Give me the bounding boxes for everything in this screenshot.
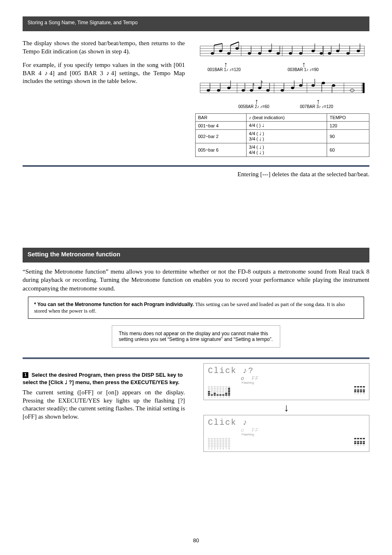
staff1-arrow2-label: 003BAR 1♪ ♪=90 (288, 67, 318, 72)
svg-point-16 (235, 47, 239, 50)
lcd-display-1: Click ♪? o FF Flashing 12345678 (203, 363, 369, 400)
svg-point-34 (320, 52, 323, 55)
svg-point-40 (346, 52, 350, 55)
lcd-display-2: Click ♪ o FF Flashing 12345678 (203, 415, 369, 452)
svg-point-12 (219, 50, 222, 52)
divider (23, 357, 369, 359)
lcd-line-1: Click ♪ (208, 418, 365, 427)
svg-point-38 (336, 50, 339, 52)
step-number-icon: 1 (23, 372, 28, 378)
svg-point-76 (311, 84, 315, 87)
staff2-arrow2-label: 007BAR 3♪ ♪=120 (300, 104, 333, 109)
svg-point-26 (277, 52, 280, 55)
svg-point-74 (299, 84, 302, 87)
table-row: 002~bar 2 4/4 ( ♩ )3/4 ( ♩ ) 90 (196, 130, 369, 143)
svg-point-28 (289, 52, 292, 55)
delete-note: Entering [---] deletes the data at the s… (238, 171, 369, 177)
svg-point-64 (250, 89, 253, 92)
svg-point-62 (242, 89, 245, 92)
page-header-breadcrumb: Storing a Song Name, Time Signature, and… (28, 20, 138, 25)
metronome-description: “Setting the Metronome function” menu al… (23, 267, 369, 292)
table-header-beat: ♪ (beat indication) (246, 114, 327, 122)
flashing-label: Flashing (242, 381, 365, 385)
section-heading-metronome: Setting the Metronome function (28, 251, 120, 258)
step-1-body: The current setting ([oFF] or [on]) appe… (23, 389, 185, 421)
arrow-up-icon: ↑ (302, 62, 306, 67)
svg-point-70 (281, 89, 284, 92)
svg-rect-55 (363, 83, 364, 93)
svg-point-30 (299, 52, 302, 55)
arrow-up-icon: ↑ (224, 62, 228, 67)
table-header-bar: BAR (196, 114, 247, 122)
music-staff-1 (195, 39, 369, 60)
step-1-heading: Select the desired Program, then press t… (23, 372, 183, 385)
arrow-up-icon: ↑ (316, 99, 320, 104)
tempo-map-table: BAR ♪ (beat indication) TEMPO 001~bar 4 … (195, 113, 369, 157)
flashing-label: Flashing (242, 433, 365, 436)
table-row: 005~bar 6 3/4 ( ♩ )4/4 ( ♩ ) 60 (196, 143, 369, 157)
svg-point-42 (357, 50, 360, 52)
table-header-tempo: TEMPO (327, 114, 369, 122)
svg-point-20 (248, 52, 251, 55)
page-number: 80 (0, 537, 392, 543)
svg-point-14 (227, 52, 231, 55)
table-row: 001~bar 4 4/4 ( ) ♩ 120 (196, 122, 369, 130)
svg-point-24 (268, 50, 272, 52)
svg-point-60 (227, 87, 231, 89)
svg-point-80 (332, 84, 335, 87)
divider (23, 165, 369, 167)
arrow-up-icon: ↑ (255, 99, 258, 104)
svg-point-66 (258, 87, 261, 89)
staff2-arrow1-label: 005BAR 2♪ ♪=60 (238, 104, 269, 109)
svg-point-58 (217, 89, 220, 92)
para-example: For example, if you specify tempo values… (23, 61, 185, 85)
svg-point-68 (266, 89, 270, 92)
svg-point-10 (211, 52, 214, 55)
svg-point-36 (328, 52, 331, 55)
para-display-shows: The display shows the stored bar/beat/te… (23, 39, 185, 55)
arrow-down-icon: ↓ (203, 402, 369, 414)
svg-point-32 (311, 50, 315, 52)
svg-line-18 (214, 44, 222, 45)
memo-box: * You can set the Metronome function for… (28, 297, 364, 319)
prerequisite-note-box: This menu does not appear on the display… (112, 325, 280, 348)
lcd-line-1: Click ♪? (208, 366, 365, 375)
memo-lead: * You can set the Metronome function for… (34, 302, 194, 307)
svg-line-19 (231, 42, 239, 45)
svg-point-72 (291, 87, 294, 89)
staff1-arrow1-label: 001BAR 1♪ ♪=120 (208, 67, 241, 72)
svg-point-56 (207, 89, 210, 92)
music-staff-2 (195, 76, 369, 97)
svg-point-78 (322, 82, 325, 84)
svg-point-22 (258, 52, 261, 55)
